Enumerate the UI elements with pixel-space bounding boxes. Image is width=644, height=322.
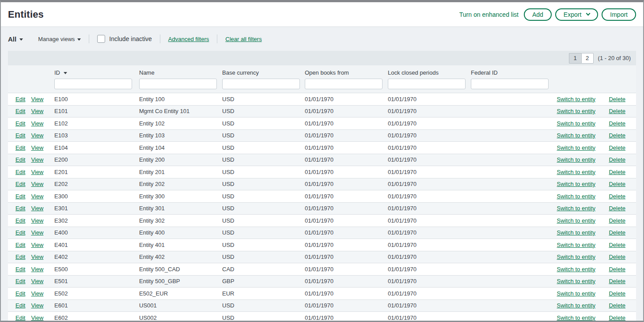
delete-link[interactable]: Delete xyxy=(609,169,625,175)
delete-link[interactable]: Delete xyxy=(609,156,625,163)
view-selector-dropdown[interactable]: All xyxy=(8,35,23,43)
open-books-from-filter-input[interactable] xyxy=(305,79,383,89)
import-button[interactable]: Import xyxy=(602,8,636,21)
delete-link[interactable]: Delete xyxy=(609,242,625,248)
view-link[interactable]: View xyxy=(31,278,43,284)
column-header-name[interactable]: Name xyxy=(139,69,222,76)
include-inactive-checkbox[interactable] xyxy=(97,35,105,43)
switch-to-entity-link[interactable]: Switch to entity xyxy=(557,266,595,273)
export-button[interactable]: Export xyxy=(555,8,598,21)
delete-link[interactable]: Delete xyxy=(609,181,625,187)
switch-to-entity-link[interactable]: Switch to entity xyxy=(557,278,595,284)
edit-link[interactable]: Edit xyxy=(15,302,25,309)
column-header-base-currency[interactable]: Base currency xyxy=(222,69,305,76)
edit-link[interactable]: Edit xyxy=(15,278,25,284)
switch-to-entity-link[interactable]: Switch to entity xyxy=(557,144,595,151)
edit-link[interactable]: Edit xyxy=(15,266,25,273)
delete-link[interactable]: Delete xyxy=(609,205,625,212)
manage-views-dropdown[interactable]: Manage views xyxy=(38,36,81,42)
delete-link[interactable]: Delete xyxy=(609,132,625,139)
switch-to-entity-link[interactable]: Switch to entity xyxy=(557,132,595,139)
add-button[interactable]: Add xyxy=(524,8,552,21)
edit-link[interactable]: Edit xyxy=(15,132,25,139)
switch-to-entity-link[interactable]: Switch to entity xyxy=(557,205,595,212)
edit-link[interactable]: Edit xyxy=(15,108,25,114)
delete-link[interactable]: Delete xyxy=(609,144,625,151)
edit-link[interactable]: Edit xyxy=(15,193,25,200)
name-filter-input[interactable] xyxy=(139,79,217,89)
delete-link[interactable]: Delete xyxy=(609,290,625,297)
column-header-open-books-from[interactable]: Open books from xyxy=(305,69,388,76)
view-link[interactable]: View xyxy=(31,302,43,309)
switch-to-entity-link[interactable]: Switch to entity xyxy=(557,254,595,260)
view-link[interactable]: View xyxy=(31,144,43,151)
column-header-federal-id[interactable]: Federal ID xyxy=(471,69,550,76)
clear-all-filters-link[interactable]: Clear all filters xyxy=(225,36,261,42)
edit-link[interactable]: Edit xyxy=(15,229,25,236)
switch-to-entity-link[interactable]: Switch to entity xyxy=(557,242,595,248)
switch-to-entity-link[interactable]: Switch to entity xyxy=(557,229,595,236)
switch-to-entity-link[interactable]: Switch to entity xyxy=(557,120,595,127)
delete-link[interactable]: Delete xyxy=(609,266,625,273)
switch-to-entity-link[interactable]: Switch to entity xyxy=(557,314,595,321)
switch-to-entity-link[interactable]: Switch to entity xyxy=(557,181,595,187)
advanced-filters-link[interactable]: Advanced filters xyxy=(168,36,209,42)
edit-link[interactable]: Edit xyxy=(15,205,25,212)
view-link[interactable]: View xyxy=(31,217,43,224)
enhanced-list-link[interactable]: Turn on enhanced list xyxy=(459,11,519,18)
view-link[interactable]: View xyxy=(31,266,43,273)
column-header-lock-closed-periods[interactable]: Lock closed periods xyxy=(388,69,471,76)
switch-to-entity-link[interactable]: Switch to entity xyxy=(557,169,595,175)
edit-link[interactable]: Edit xyxy=(15,314,25,321)
view-link[interactable]: View xyxy=(31,254,43,260)
edit-link[interactable]: Edit xyxy=(15,217,25,224)
view-link[interactable]: View xyxy=(31,290,43,297)
delete-link[interactable]: Delete xyxy=(609,254,625,260)
edit-link[interactable]: Edit xyxy=(15,181,25,187)
delete-link[interactable]: Delete xyxy=(609,278,625,284)
id-filter-input[interactable] xyxy=(54,79,132,89)
include-inactive-toggle[interactable]: Include inactive xyxy=(97,35,152,43)
view-link[interactable]: View xyxy=(31,181,43,187)
delete-link[interactable]: Delete xyxy=(609,120,625,127)
column-header-id[interactable]: ID xyxy=(54,69,139,76)
delete-link[interactable]: Delete xyxy=(609,229,625,236)
page-2-button[interactable]: 2 xyxy=(581,53,594,64)
view-link[interactable]: View xyxy=(31,132,43,139)
view-link[interactable]: View xyxy=(31,193,43,200)
view-link[interactable]: View xyxy=(31,96,43,102)
switch-to-entity-link[interactable]: Switch to entity xyxy=(557,193,595,200)
view-link[interactable]: View xyxy=(31,314,43,321)
switch-to-entity-link[interactable]: Switch to entity xyxy=(557,156,595,163)
switch-to-entity-link[interactable]: Switch to entity xyxy=(557,96,595,102)
view-link[interactable]: View xyxy=(31,108,43,114)
delete-link[interactable]: Delete xyxy=(609,314,625,321)
edit-link[interactable]: Edit xyxy=(15,242,25,248)
page-1-button[interactable]: 1 xyxy=(569,53,581,64)
lock-closed-periods-filter-input[interactable] xyxy=(388,79,466,89)
view-link[interactable]: View xyxy=(31,156,43,163)
switch-to-entity-link[interactable]: Switch to entity xyxy=(557,302,595,309)
delete-link[interactable]: Delete xyxy=(609,217,625,224)
view-link[interactable]: View xyxy=(31,169,43,175)
edit-link[interactable]: Edit xyxy=(15,96,25,102)
delete-link[interactable]: Delete xyxy=(609,108,625,114)
edit-link[interactable]: Edit xyxy=(15,156,25,163)
edit-link[interactable]: Edit xyxy=(15,254,25,260)
edit-link[interactable]: Edit xyxy=(15,120,25,127)
switch-to-entity-link[interactable]: Switch to entity xyxy=(557,108,595,114)
edit-link[interactable]: Edit xyxy=(15,169,25,175)
delete-link[interactable]: Delete xyxy=(609,302,625,309)
view-link[interactable]: View xyxy=(31,242,43,248)
view-link[interactable]: View xyxy=(31,229,43,236)
delete-link[interactable]: Delete xyxy=(609,96,625,102)
switch-to-entity-link[interactable]: Switch to entity xyxy=(557,217,595,224)
edit-link[interactable]: Edit xyxy=(15,144,25,151)
view-link[interactable]: View xyxy=(31,120,43,127)
switch-to-entity-link[interactable]: Switch to entity xyxy=(557,290,595,297)
edit-link[interactable]: Edit xyxy=(15,290,25,297)
federal-id-filter-input[interactable] xyxy=(471,79,549,89)
delete-link[interactable]: Delete xyxy=(609,193,625,200)
view-link[interactable]: View xyxy=(31,205,43,212)
base-currency-filter-input[interactable] xyxy=(222,79,300,89)
